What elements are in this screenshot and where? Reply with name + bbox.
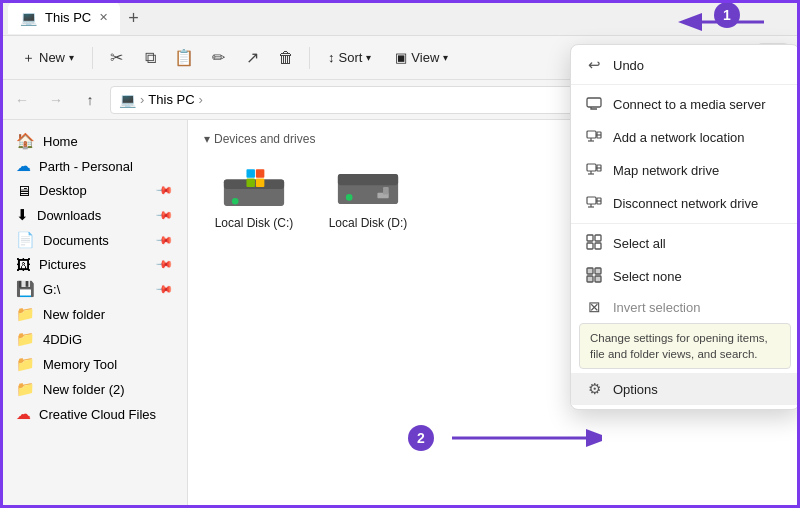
menu-divider-1 — [571, 84, 799, 85]
copy-button[interactable]: ⧉ — [135, 43, 165, 73]
sidebar-item-g-drive[interactable]: 💾 G:\ 📌 — [4, 277, 183, 301]
sort-button[interactable]: ↕ Sort ▾ — [318, 46, 381, 69]
badge-1: 1 — [714, 2, 740, 28]
select-none-icon — [585, 267, 603, 286]
separator-1 — [92, 47, 93, 69]
drive-c-icon — [222, 164, 286, 212]
sidebar-item-4ddig[interactable]: 📁 4DDiG — [4, 327, 183, 351]
share-button[interactable]: ↗ — [237, 43, 267, 73]
svg-rect-32 — [338, 174, 398, 185]
pin-icon-downloads: 📌 — [154, 205, 173, 224]
sidebar-item-cc-files-label: Creative Cloud Files — [39, 407, 156, 422]
sidebar: 🏠 Home ☁ Parth - Personal 🖥 Desktop 📌 ⬇ … — [0, 120, 188, 508]
4ddig-icon: 📁 — [16, 330, 35, 348]
sidebar-item-home[interactable]: 🏠 Home — [4, 129, 183, 153]
sidebar-item-cc-files[interactable]: ☁ Creative Cloud Files — [4, 402, 183, 426]
menu-item-select-all[interactable]: Select all — [571, 227, 799, 260]
view-label: View — [411, 50, 439, 65]
sidebar-item-memory-tool-label: Memory Tool — [43, 357, 117, 372]
pin-icon-pictures: 📌 — [154, 255, 173, 274]
cut-button[interactable]: ✂ — [101, 43, 131, 73]
memory-tool-icon: 📁 — [16, 355, 35, 373]
breadcrumb-text: This PC — [148, 92, 194, 107]
new-tab-button[interactable]: + — [128, 9, 139, 27]
menu-item-undo[interactable]: ↩ Undo — [571, 49, 799, 81]
sidebar-item-4ddig-label: 4DDiG — [43, 332, 82, 347]
delete-button[interactable]: 🗑 — [271, 43, 301, 73]
menu-item-disconnect-drive[interactable]: Disconnect network drive — [571, 187, 799, 220]
sidebar-item-memory-tool[interactable]: 📁 Memory Tool — [4, 352, 183, 376]
sidebar-item-g-drive-label: G:\ — [43, 282, 60, 297]
connect-media-icon — [585, 95, 603, 114]
desktop-icon: 🖥 — [16, 182, 31, 199]
sidebar-item-documents[interactable]: 📄 Documents 📌 — [4, 228, 183, 252]
cloud-icon: ☁ — [16, 157, 31, 175]
sort-label: Sort — [339, 50, 363, 65]
add-network-icon — [585, 128, 603, 147]
separator-2 — [309, 47, 310, 69]
svg-rect-19 — [595, 243, 601, 249]
svg-rect-0 — [587, 98, 601, 107]
svg-rect-23 — [595, 276, 601, 282]
forward-button[interactable]: → — [42, 86, 70, 114]
tab-icon: 💻 — [20, 10, 37, 26]
svg-rect-21 — [595, 268, 601, 274]
sort-icon: ↕ — [328, 50, 335, 65]
copy-icon: ⧉ — [145, 49, 156, 67]
pin-icon-desktop: 📌 — [154, 181, 173, 200]
svg-point-33 — [346, 194, 353, 201]
sidebar-item-downloads[interactable]: ⬇ Downloads 📌 — [4, 203, 183, 227]
menu-item-map-drive[interactable]: Map network drive — [571, 154, 799, 187]
breadcrumb-separator: › — [140, 92, 144, 107]
drive-d-label: Local Disk (D:) — [329, 216, 408, 230]
menu-item-options[interactable]: ⚙ Options — [571, 373, 799, 405]
sidebar-item-new-folder[interactable]: 📁 New folder — [4, 302, 183, 326]
svg-rect-18 — [587, 243, 593, 249]
drive-d[interactable]: Local Disk (D:) — [318, 156, 418, 238]
menu-item-select-none[interactable]: Select none — [571, 260, 799, 293]
back-button[interactable]: ← — [8, 86, 36, 114]
menu-item-add-network[interactable]: Add a network location — [571, 121, 799, 154]
svg-rect-1 — [587, 131, 596, 138]
sidebar-item-desktop[interactable]: 🖥 Desktop 📌 — [4, 179, 183, 202]
paste-button[interactable]: 📋 — [169, 43, 199, 73]
new-icon: ＋ — [22, 49, 35, 67]
select-all-label: Select all — [613, 236, 666, 251]
sidebar-item-new-folder-2[interactable]: 📁 New folder (2) — [4, 377, 183, 401]
options-label: Options — [613, 382, 658, 397]
rename-button[interactable]: ✏ — [203, 43, 233, 73]
menu-divider-2 — [571, 223, 799, 224]
svg-rect-35 — [383, 187, 389, 195]
breadcrumb[interactable]: 💻 › This PC › — [110, 86, 622, 114]
map-drive-label: Map network drive — [613, 163, 719, 178]
title-bar: 💻 This PC ✕ + 1 — [0, 0, 800, 36]
home-icon: 🏠 — [16, 132, 35, 150]
paste-icon: 📋 — [174, 48, 194, 67]
drive-d-icon — [336, 164, 400, 212]
sidebar-item-desktop-label: Desktop — [39, 183, 87, 198]
tab-this-pc[interactable]: 💻 This PC ✕ — [8, 2, 120, 34]
context-menu: ↩ Undo Connect to a media server — [570, 44, 800, 410]
new-folder-2-icon: 📁 — [16, 380, 35, 398]
toolbar: ＋ New ▾ ✂ ⧉ 📋 ✏ ↗ 🗑 ↕ Sort ▾ ▣ View ▾ ··… — [0, 36, 800, 80]
section-title: Devices and drives — [214, 132, 315, 146]
invert-icon: ⊠ — [585, 298, 603, 316]
tab-title: This PC — [45, 10, 91, 25]
add-network-label: Add a network location — [613, 130, 745, 145]
sidebar-item-pictures[interactable]: 🖼 Pictures 📌 — [4, 253, 183, 276]
svg-rect-28 — [256, 169, 264, 177]
tab-close-button[interactable]: ✕ — [99, 11, 108, 24]
sidebar-item-cloud[interactable]: ☁ Parth - Personal — [4, 154, 183, 178]
up-button[interactable]: ↑ — [76, 86, 104, 114]
view-button[interactable]: ▣ View ▾ — [385, 46, 458, 69]
connect-media-label: Connect to a media server — [613, 97, 765, 112]
drive-c[interactable]: Local Disk (C:) — [204, 156, 304, 238]
pin-icon-g: 📌 — [154, 279, 173, 298]
share-icon: ↗ — [246, 48, 259, 67]
menu-item-connect-media[interactable]: Connect to a media server — [571, 88, 799, 121]
sidebar-item-new-folder-2-label: New folder (2) — [43, 382, 125, 397]
new-button[interactable]: ＋ New ▾ — [12, 45, 84, 71]
menu-item-invert[interactable]: ⊠ Invert selection — [571, 293, 799, 321]
view-icon: ▣ — [395, 50, 407, 65]
drive-c-label: Local Disk (C:) — [215, 216, 294, 230]
